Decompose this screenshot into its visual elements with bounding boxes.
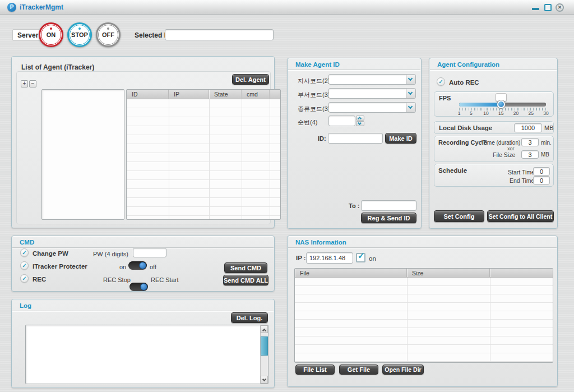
column-header-id[interactable]: ID [127,90,169,99]
file-size-input[interactable] [521,150,539,159]
get-file-button[interactable]: Get File [339,365,378,375]
scroll-down-button[interactable] [261,376,268,384]
dept-code-select[interactable] [328,88,416,99]
cmd-panel: CMD ✓ Change PW PW (4 digits) ✓ iTracker… [11,236,275,292]
send-cmd-button[interactable]: Send CMD [224,262,267,273]
pw-input[interactable] [133,248,166,257]
log-textarea[interactable] [25,325,269,384]
nas-ip-input[interactable] [306,252,353,264]
recording-cycle-box: Recording Cycle *Time (duration) min. xo… [434,136,554,162]
server-on-label: ON [40,31,62,38]
column-header-file[interactable]: File [295,269,407,277]
server-off-dot [107,27,109,30]
agent-tree[interactable] [41,89,124,220]
make-id-button[interactable]: Make ID [385,133,416,144]
end-time-input[interactable] [533,176,550,185]
toggle-knob [139,262,146,269]
open-file-dir-button[interactable]: Open File Dir [382,365,424,375]
seq-input[interactable] [328,116,355,126]
del-log-button[interactable]: Del. Log. [231,312,268,323]
nas-on-checkbox[interactable]: ✓ [356,253,365,262]
maximize-button[interactable] [544,3,552,11]
agent-list-title: List of Agent (iTracker) [21,63,94,71]
column-header-cmd[interactable]: cmd [242,90,270,99]
rec-toggle[interactable] [129,283,148,291]
type-code-dropdown-button[interactable] [406,103,415,112]
file-list-button[interactable]: File List [295,365,335,375]
selected-id-input[interactable] [165,29,274,40]
dept-code-dropdown-button[interactable] [406,89,415,98]
collapse-button[interactable]: − [29,80,36,87]
chevron-up-icon [358,117,362,121]
seq-spin-up[interactable] [356,116,364,121]
to-input[interactable] [361,200,416,211]
fps-tick-label: 25 [529,110,534,116]
server-stop-dot [78,27,81,30]
auto-rec-checkbox[interactable]: ✓ [437,77,445,86]
scrollbar-thumb[interactable] [261,336,268,356]
branch-code-label: 지사코드(2) [298,77,330,85]
change-pw-label: Change PW [33,250,68,257]
rec-label: REC [33,276,46,283]
change-pw-checkbox[interactable]: ✓ [20,248,29,257]
xor-label: xor [507,146,515,151]
column-header-size[interactable]: Size [407,269,490,277]
agent-table-body[interactable] [127,99,280,219]
local-disk-input[interactable] [514,123,542,132]
start-time-input[interactable] [533,167,550,176]
protecter-checkbox[interactable]: ✓ [20,261,29,270]
fps-label: FPS [439,95,451,102]
del-agent-button[interactable]: Del. Agent [232,74,269,85]
protecter-toggle[interactable] [128,261,147,270]
time-duration-input[interactable] [521,138,539,146]
recording-cycle-label: Recording Cycle [438,139,487,146]
log-scrollbar[interactable] [260,325,268,384]
expand-button[interactable]: + [21,80,28,87]
set-config-button[interactable]: Set Config [434,210,484,222]
type-code-value [329,103,406,112]
rec-checkbox[interactable]: ✓ [20,274,29,283]
agent-config-title: Agent Configuration [437,61,499,68]
minus-icon: − [31,80,35,86]
reg-send-id-button[interactable]: Reg & Send ID [361,213,416,223]
minimize-button[interactable] [531,3,540,11]
server-stop-button[interactable]: STOP [67,22,92,47]
id-input[interactable] [328,133,383,144]
server-stop-label: STOP [69,31,90,38]
send-cmd-all-button[interactable]: Send CMD ALL [223,275,269,285]
fps-tick-label: 5 [470,110,473,116]
check-icon: ✓ [438,79,443,85]
nas-title: NAS Information [295,239,346,246]
column-header-ip[interactable]: IP [169,90,209,99]
seq-spin-down[interactable] [356,121,364,126]
branch-code-select[interactable] [328,74,416,85]
nas-table-header: File Size [295,269,553,278]
schedule-box: Schedule Start Time End Time [434,164,554,187]
seq-label: 순번(4) [298,118,317,127]
server-off-button[interactable]: OFF [96,22,121,47]
server-on-button[interactable]: ON [39,22,63,47]
type-code-select[interactable] [328,102,416,113]
fps-slider[interactable] [459,103,546,107]
protecter-label: iTracker Protecter [33,263,87,270]
time-duration-unit: min. [541,140,552,146]
fps-tick-label: 30 [543,110,548,116]
agent-config-panel: Agent Configuration ✓ Auto REC FPS 1 5 1… [429,58,558,229]
fps-tick-label: 1 [458,110,461,116]
fps-slider-knob[interactable] [497,100,505,108]
close-button[interactable]: ✕ [556,3,564,11]
schedule-label: Schedule [438,167,467,174]
chevron-up-icon [262,329,266,333]
column-header-state[interactable]: State [209,90,242,99]
local-disk-unit: MB [544,124,554,131]
fps-box: FPS 1 5 10 15 20 25 30 [434,91,554,117]
scroll-up-button[interactable] [261,325,268,333]
nas-table-body[interactable] [295,278,553,362]
set-config-all-button[interactable]: Set Config to All Client [487,210,554,222]
agent-config-header: Agent Configuration [430,59,557,70]
agent-list-panel: List of Agent (iTracker) Del. Agent + − … [11,56,275,228]
branch-code-dropdown-button[interactable] [406,75,415,84]
nas-file-table[interactable]: File Size [294,268,553,363]
agent-table[interactable]: ID IP State cmd [126,89,281,220]
maximize-icon [544,4,552,11]
